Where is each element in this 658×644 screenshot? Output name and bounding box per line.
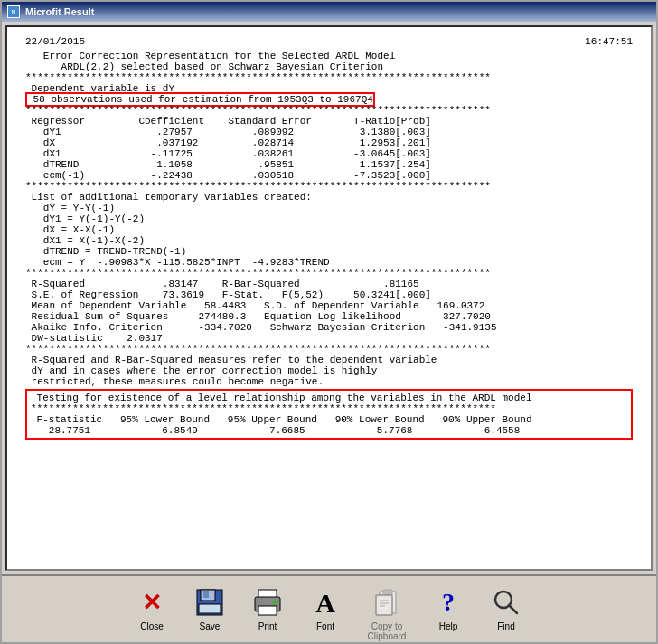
close-button[interactable]: ✕ Close (125, 582, 179, 636)
print-label: Print (258, 621, 277, 631)
window-title: Microfit Result (25, 6, 94, 17)
svg-rect-3 (199, 604, 221, 613)
find-icon (490, 586, 522, 619)
time-label: 16:47:51 (585, 36, 633, 47)
bottom-section-text: Testing for existence of a level relatio… (31, 393, 627, 436)
close-label: Close (140, 621, 164, 631)
result-text: Error Correction Representation for the … (25, 51, 633, 387)
svg-rect-6 (258, 606, 277, 615)
font-button[interactable]: A Font (298, 582, 352, 636)
window-icon: M (7, 5, 20, 18)
main-window: M Microfit Result 22/01/2015 16:47:51 ➜ … (0, 0, 658, 644)
font-label: Font (316, 621, 334, 631)
svg-rect-10 (376, 595, 392, 615)
title-bar: M Microfit Result (2, 2, 656, 22)
content-scroll[interactable]: 22/01/2015 16:47:51 ➜ Error Correction R… (25, 36, 633, 560)
find-label: Find (497, 621, 514, 631)
help-label: Help (439, 621, 458, 631)
close-icon: ✕ (136, 586, 168, 619)
content-area: 22/01/2015 16:47:51 ➜ Error Correction R… (5, 25, 653, 571)
bottom-red-box: Testing for existence of a level relatio… (25, 389, 633, 440)
svg-rect-9 (383, 590, 392, 595)
copy-clipboard-label: Copy toClipboard (368, 621, 407, 641)
svg-rect-2 (203, 591, 209, 598)
print-icon (251, 586, 284, 619)
svg-line-15 (509, 605, 517, 613)
font-icon: A (309, 586, 342, 619)
save-label: Save (200, 621, 221, 631)
print-button[interactable]: Print (240, 582, 295, 636)
save-button[interactable]: Save (183, 582, 237, 636)
toolbar: ✕ Close Save (2, 574, 656, 642)
date-label: 22/01/2015 (25, 36, 85, 47)
save-icon (193, 586, 226, 619)
copy-clipboard-button[interactable]: Copy toClipboard (356, 582, 418, 644)
help-icon: ? (432, 586, 465, 619)
svg-point-7 (273, 601, 277, 604)
help-button[interactable]: ? Help (421, 582, 475, 636)
find-button[interactable]: Find (479, 582, 533, 636)
copy-clipboard-icon (371, 586, 403, 619)
